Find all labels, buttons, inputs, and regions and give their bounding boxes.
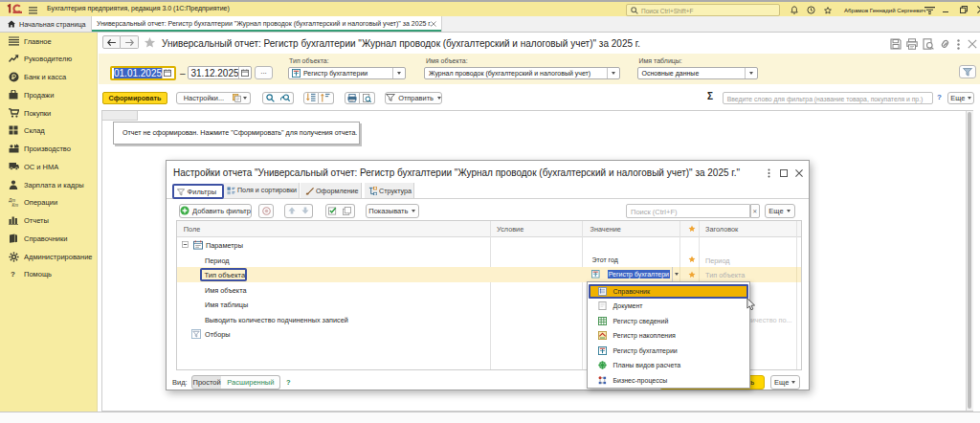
svg-text:Кт: Кт xyxy=(12,203,19,208)
